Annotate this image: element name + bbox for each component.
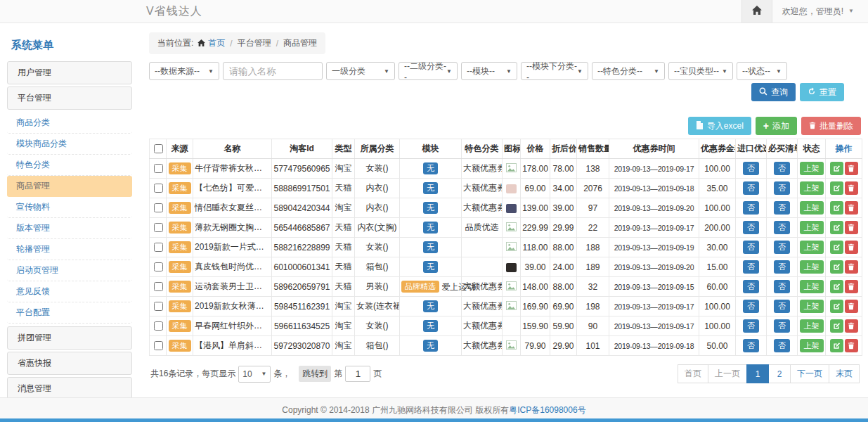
delete-button[interactable] — [845, 260, 858, 274]
sidebar-item-商品分类[interactable]: 商品分类 — [7, 113, 132, 134]
import-excel-button[interactable]: 导入excel — [688, 117, 751, 135]
sidebar-item-版本管理[interactable]: 版本管理 — [7, 218, 132, 239]
row-checkbox[interactable] — [154, 302, 163, 311]
must-buy-toggle[interactable]: 否 — [774, 280, 790, 293]
edit-button[interactable] — [830, 162, 843, 175]
delete-button[interactable] — [845, 300, 858, 313]
import-select-toggle[interactable]: 否 — [743, 280, 759, 293]
sidebar-item-平台配置[interactable]: 平台配置 — [7, 302, 132, 324]
status-button[interactable]: 上架 — [800, 280, 824, 293]
edit-button[interactable] — [830, 260, 843, 274]
breadcrumb-home-link[interactable]: 首页 — [208, 37, 225, 49]
reset-button[interactable]: 重置 — [800, 83, 844, 101]
page-button-下一页[interactable]: 下一页 — [790, 364, 829, 383]
row-checkbox[interactable] — [154, 321, 163, 331]
delete-button[interactable] — [845, 181, 858, 195]
sidebar-item-商品管理[interactable]: 商品管理 — [7, 176, 132, 197]
import-select-toggle[interactable]: 否 — [743, 300, 759, 313]
edit-button[interactable] — [830, 280, 843, 293]
import-select-toggle[interactable]: 否 — [743, 319, 759, 333]
per-page-select[interactable]: 10 ▼ — [238, 366, 271, 383]
must-buy-toggle[interactable]: 否 — [774, 221, 790, 234]
add-button[interactable]: + 添加 — [756, 117, 797, 135]
status-button[interactable]: 上架 — [800, 319, 824, 333]
status-button[interactable]: 上架 — [800, 241, 824, 254]
filter-select[interactable]: --二级分类--▼ — [399, 62, 458, 80]
row-checkbox[interactable] — [154, 282, 163, 291]
select-all-checkbox[interactable] — [154, 144, 163, 153]
jump-page-input[interactable] — [345, 366, 370, 382]
filter-select[interactable]: 一级分类▼ — [326, 62, 395, 80]
filter-select[interactable]: --状态--▼ — [737, 62, 787, 80]
sidebar-group-拼团管理[interactable]: 拼团管理 — [7, 326, 132, 350]
must-buy-toggle[interactable]: 否 — [774, 201, 790, 215]
sidebar-group-用户管理[interactable]: 用户管理 — [7, 61, 132, 84]
filter-select[interactable]: --宝贝类型--▼ — [668, 62, 733, 80]
row-checkbox[interactable] — [154, 184, 163, 193]
name-search-input[interactable] — [223, 62, 323, 80]
edit-button[interactable] — [830, 221, 843, 234]
delete-button[interactable] — [845, 319, 858, 333]
row-checkbox[interactable] — [154, 341, 163, 350]
edit-button[interactable] — [830, 181, 843, 195]
must-buy-toggle[interactable]: 否 — [774, 241, 790, 254]
filter-select[interactable]: --数据来源--▼ — [149, 62, 219, 80]
status-button[interactable]: 上架 — [800, 181, 824, 195]
edit-button[interactable] — [830, 300, 843, 313]
row-checkbox[interactable] — [154, 262, 163, 271]
status-button[interactable]: 上架 — [800, 201, 824, 215]
status-button[interactable]: 上架 — [800, 260, 824, 274]
sidebar-group-平台管理[interactable]: 平台管理 — [7, 87, 132, 110]
must-buy-toggle[interactable]: 否 — [774, 260, 790, 274]
sidebar-group-省惠快报[interactable]: 省惠快报 — [7, 352, 132, 375]
must-buy-toggle[interactable]: 否 — [774, 300, 790, 313]
row-checkbox[interactable] — [154, 203, 163, 212]
delete-button[interactable] — [845, 339, 858, 352]
home-button[interactable] — [741, 0, 772, 23]
delete-button[interactable] — [845, 280, 858, 293]
delete-button[interactable] — [845, 162, 858, 175]
delete-button[interactable] — [845, 221, 858, 234]
batch-delete-button[interactable]: 批量删除 — [801, 117, 861, 135]
status-button[interactable]: 上架 — [800, 221, 824, 234]
page-button-末页[interactable]: 末页 — [829, 364, 860, 383]
import-select-toggle[interactable]: 否 — [743, 241, 759, 254]
must-buy-toggle[interactable]: 否 — [774, 181, 790, 195]
edit-button[interactable] — [830, 241, 843, 254]
sidebar-item-特色分类[interactable]: 特色分类 — [7, 155, 132, 176]
import-select-toggle[interactable]: 否 — [743, 260, 759, 274]
import-select-toggle[interactable]: 否 — [743, 162, 759, 175]
import-select-toggle[interactable]: 否 — [743, 201, 759, 215]
status-button[interactable]: 上架 — [800, 300, 824, 313]
import-select-toggle[interactable]: 否 — [743, 221, 759, 234]
import-select-toggle[interactable]: 否 — [743, 181, 759, 195]
page-button-1[interactable]: 1 — [746, 364, 769, 383]
filter-select[interactable]: --特色分类--▼ — [592, 62, 665, 80]
filter-select[interactable]: --模块下分类--▼ — [521, 62, 588, 80]
must-buy-toggle[interactable]: 否 — [774, 319, 790, 333]
page-button-上一页[interactable]: 上一页 — [708, 364, 747, 383]
user-menu[interactable]: 欢迎您，管理员! ▼ — [772, 6, 868, 18]
must-buy-toggle[interactable]: 否 — [774, 162, 790, 175]
filter-select[interactable]: --模块--▼ — [461, 62, 517, 80]
import-select-toggle[interactable]: 否 — [743, 339, 759, 352]
row-checkbox[interactable] — [154, 243, 163, 252]
sidebar-item-宣传物料[interactable]: 宣传物料 — [7, 197, 132, 218]
must-buy-toggle[interactable]: 否 — [774, 339, 790, 352]
jump-button[interactable]: 跳转到 — [299, 366, 331, 382]
icp-link[interactable]: 粤ICP备16098006号 — [509, 404, 585, 416]
delete-button[interactable] — [845, 241, 858, 254]
sidebar-item-轮播管理[interactable]: 轮播管理 — [7, 239, 132, 260]
status-button[interactable]: 上架 — [800, 339, 824, 352]
delete-button[interactable] — [845, 201, 858, 215]
sidebar-item-启动页管理[interactable]: 启动页管理 — [7, 260, 132, 281]
sidebar-item-意见反馈[interactable]: 意见反馈 — [7, 281, 132, 302]
row-checkbox[interactable] — [154, 223, 163, 232]
page-button-2[interactable]: 2 — [768, 364, 791, 383]
page-button-首页[interactable]: 首页 — [678, 364, 708, 383]
row-checkbox[interactable] — [154, 164, 163, 173]
sidebar-item-模块商品分类[interactable]: 模块商品分类 — [7, 134, 132, 155]
edit-button[interactable] — [830, 201, 843, 215]
edit-button[interactable] — [830, 319, 843, 333]
status-button[interactable]: 上架 — [800, 162, 824, 175]
